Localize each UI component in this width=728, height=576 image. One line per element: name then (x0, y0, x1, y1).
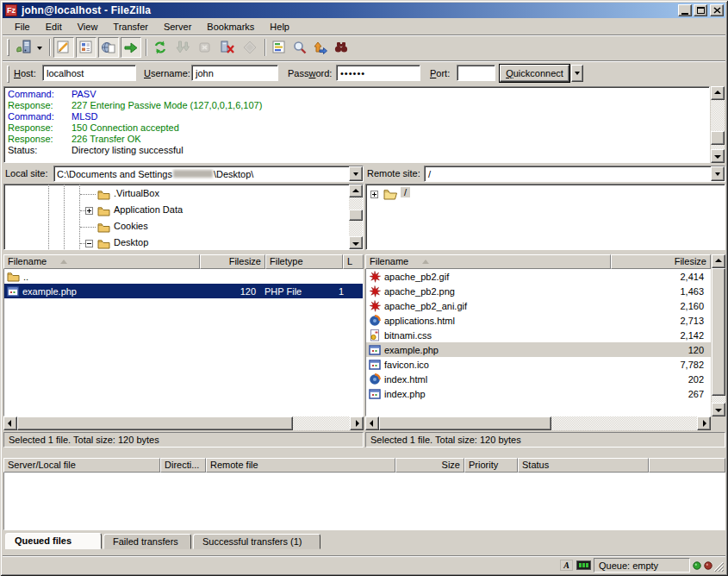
column-filesize[interactable]: Filesize (200, 254, 265, 269)
php-file-icon (369, 344, 381, 356)
close-button[interactable] (710, 4, 724, 16)
site-manager-button[interactable] (13, 37, 34, 58)
file-row[interactable]: index.html202 (366, 372, 711, 386)
toggle-message-log-button[interactable] (53, 37, 74, 58)
scrollbar-thumb[interactable] (711, 131, 725, 145)
tab-failed-transfers[interactable]: Failed transfers (103, 534, 191, 549)
toolbar-separator (264, 39, 266, 56)
collapse-minus-icon[interactable] (85, 240, 93, 247)
menu-bookmarks[interactable]: Bookmarks (199, 20, 262, 34)
tree-item-desktop[interactable]: Desktop (4, 235, 363, 250)
tab-queued-files[interactable]: Queued files (5, 533, 102, 549)
username-input[interactable]: john (191, 65, 278, 81)
local-site-combo[interactable]: C:\Documents and Settings\Desktop\ (53, 166, 364, 182)
column-status[interactable]: Status (518, 458, 649, 473)
find-files-button[interactable] (331, 37, 352, 58)
minimize-button[interactable] (678, 4, 692, 16)
site-manager-icon (15, 40, 32, 55)
quickbar-grip[interactable] (7, 66, 9, 83)
data-type-indicator-icon[interactable]: A (560, 560, 573, 571)
process-queue-button[interactable] (172, 37, 193, 58)
file-row[interactable]: applications.html2,713 (366, 313, 711, 328)
menu-edit[interactable]: Edit (38, 20, 70, 34)
expand-plus-icon[interactable] (370, 191, 378, 198)
maximize-button[interactable] (694, 4, 707, 16)
column-filetype[interactable]: Filetype (265, 254, 343, 269)
file-row[interactable]: apache_pb2.png1,463 (366, 284, 711, 298)
scrollbar-thumb[interactable] (379, 416, 551, 430)
quickconnect-button[interactable]: Quickconnect (500, 65, 569, 82)
tree-connector (80, 194, 96, 195)
php-file-icon (369, 388, 381, 400)
column-last-modified[interactable]: L (343, 254, 364, 269)
queue-list (3, 473, 725, 530)
tree-item-application-data[interactable]: Application Data (4, 203, 363, 219)
scrollbar-thumb[interactable] (17, 416, 293, 430)
directory-comparison-button[interactable] (289, 37, 310, 58)
remote-status-text: Selected 1 file. Total size: 120 bytes (365, 432, 725, 448)
file-row[interactable]: index.php267 (366, 386, 711, 401)
file-row-parent-dir[interactable]: .. (4, 269, 363, 284)
cancel-operation-button[interactable] (195, 37, 215, 58)
filter-icon (271, 40, 287, 55)
menu-file[interactable]: File (7, 20, 38, 34)
column-server-local-file[interactable]: Server/Local file (3, 458, 160, 473)
local-hscrollbar[interactable] (3, 416, 364, 430)
column-filename[interactable]: Filename (3, 254, 200, 269)
tree-item-root[interactable]: / (366, 186, 725, 203)
file-row[interactable]: apache_pb2_ani.gif2,160 (366, 298, 711, 313)
port-input[interactable] (457, 65, 495, 81)
expand-plus-icon[interactable] (85, 207, 93, 215)
menu-transfer[interactable]: Transfer (105, 20, 156, 34)
scroll-right-icon (703, 420, 706, 427)
menu-server[interactable]: Server (156, 20, 199, 34)
tree-item-cookies[interactable]: Cookies (4, 219, 363, 235)
folder-icon (97, 222, 110, 233)
reconnect-button[interactable] (240, 37, 260, 58)
local-site-combo-arrow[interactable] (349, 166, 363, 181)
column-filesize[interactable]: Filesize (611, 254, 711, 269)
column-priority[interactable]: Priority (464, 458, 518, 473)
remote-file-list: apache_pb2.gif2,414 apache_pb2.png1,463 … (365, 269, 711, 416)
toolbar-grip[interactable] (7, 39, 9, 56)
scrollbar-thumb[interactable] (349, 210, 363, 221)
menu-view[interactable]: View (70, 20, 106, 34)
synchronized-browsing-button[interactable] (310, 37, 331, 58)
tree-item-virtualbox[interactable]: .VirtualBox (4, 186, 363, 203)
log-scrollbar[interactable] (711, 86, 725, 163)
resize-grip[interactable] (712, 560, 724, 572)
file-row[interactable]: favicon.ico7,782 (366, 357, 711, 372)
remote-vscrollbar[interactable] (712, 254, 725, 416)
menu-help[interactable]: Help (262, 20, 297, 34)
file-row-selected[interactable]: example.php120 (366, 342, 711, 357)
toggle-local-tree-button[interactable] (76, 37, 96, 58)
speed-limit-icon[interactable] (576, 560, 591, 570)
toggle-remote-tree-button[interactable] (98, 37, 119, 58)
file-row[interactable]: apache_pb2.gif2,414 (366, 269, 711, 284)
scroll-left-icon (370, 420, 373, 427)
quickconnect-dropdown[interactable] (571, 65, 583, 82)
host-input[interactable]: localhost (42, 65, 136, 81)
folder-icon (97, 238, 110, 249)
folder-icon (7, 271, 20, 282)
remote-site-combo[interactable]: / (424, 166, 725, 182)
scrollbar-thumb[interactable] (712, 268, 725, 396)
remote-site-combo-arrow[interactable] (711, 166, 725, 181)
file-row-example-php[interactable]: example.php 120 PHP File 1 (4, 284, 363, 298)
disconnect-button[interactable] (217, 37, 238, 58)
password-input[interactable]: •••••• (336, 65, 420, 81)
chevron-down-icon (37, 47, 42, 50)
column-filename[interactable]: Filename (365, 254, 611, 269)
queue-status-text: Queue: empty (594, 558, 690, 573)
remote-hscrollbar[interactable] (365, 416, 711, 430)
tab-successful-transfers[interactable]: Successful transfers (1) (193, 534, 320, 549)
column-direction[interactable]: Directi... (160, 458, 206, 473)
column-remote-file[interactable]: Remote file (206, 458, 395, 473)
column-size[interactable]: Size (395, 458, 464, 473)
site-manager-dropdown[interactable] (34, 41, 45, 55)
file-row[interactable]: bitnami.css2,142 (366, 328, 711, 342)
refresh-button[interactable] (150, 37, 171, 58)
filter-button[interactable] (269, 37, 289, 58)
toggle-queue-button[interactable] (121, 37, 141, 58)
local-tree-scrollbar[interactable] (349, 185, 363, 249)
